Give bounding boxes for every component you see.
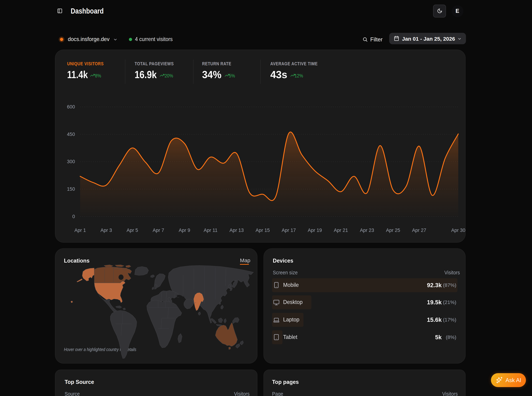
svg-text:Apr 13: Apr 13 <box>230 227 244 233</box>
svg-text:Apr 9: Apr 9 <box>179 227 190 233</box>
svg-text:Apr 11: Apr 11 <box>204 227 218 233</box>
svg-text:Apr 3: Apr 3 <box>100 227 112 233</box>
svg-text:600: 600 <box>67 104 75 109</box>
svg-text:300: 300 <box>67 159 75 164</box>
svg-text:Apr 7: Apr 7 <box>153 227 164 233</box>
svg-text:Apr 30: Apr 30 <box>451 227 465 233</box>
svg-text:150: 150 <box>67 186 75 192</box>
svg-text:Apr 19: Apr 19 <box>308 227 322 233</box>
svg-text:Apr 1: Apr 1 <box>74 227 86 233</box>
svg-text:0: 0 <box>72 214 75 219</box>
svg-text:Apr 25: Apr 25 <box>386 227 400 233</box>
svg-text:Apr 15: Apr 15 <box>256 227 270 233</box>
svg-text:Apr 21: Apr 21 <box>334 227 348 233</box>
svg-text:Apr 5: Apr 5 <box>127 227 138 233</box>
svg-text:Apr 23: Apr 23 <box>360 227 374 233</box>
svg-text:Apr 17: Apr 17 <box>282 227 296 233</box>
svg-text:450: 450 <box>67 131 75 137</box>
svg-text:Apr 27: Apr 27 <box>412 227 426 233</box>
